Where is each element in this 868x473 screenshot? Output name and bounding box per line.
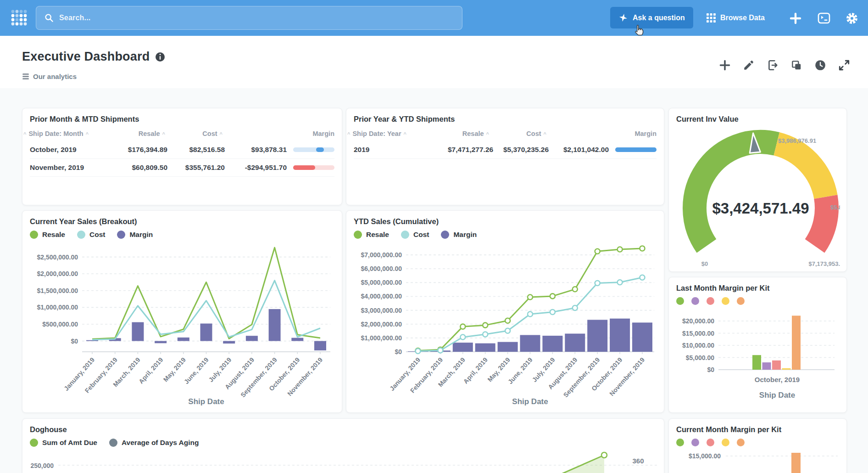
grid-icon	[707, 13, 716, 23]
ask-question-button[interactable]: Ask a question	[610, 7, 693, 28]
search-input[interactable]: Search...	[36, 6, 462, 30]
svg-text:$6,000,000.00: $6,000,000.00	[361, 265, 402, 272]
cell-margin-bar	[287, 165, 334, 170]
card-current-year-sales-breakout[interactable]: Current Year Sales (Breakout) ResaleCost…	[22, 210, 342, 413]
browse-data-button[interactable]: Browse Data	[707, 11, 765, 25]
column-header[interactable]: Cost^	[491, 130, 549, 137]
new-item-button[interactable]	[788, 11, 803, 26]
info-icon[interactable]	[155, 52, 165, 62]
svg-text:$20,000.00: $20,000.00	[682, 317, 714, 325]
browse-data-label: Browse Data	[720, 14, 765, 22]
reference-button[interactable]	[817, 11, 831, 26]
legend-item[interactable]: Margin	[117, 231, 153, 239]
ytd-chart[interactable]: $0$1,000,000.00$2,000,000.00$3,000,000.0…	[354, 242, 657, 409]
svg-text:$7,000,000.00: $7,000,000.00	[361, 251, 402, 259]
svg-text:$0: $0	[707, 366, 714, 373]
svg-text:Ship Date: Ship Date	[188, 397, 224, 406]
column-header[interactable]: Margin	[287, 130, 334, 137]
console-icon	[818, 12, 830, 24]
legend-item[interactable]: Resale	[30, 231, 65, 239]
svg-text:June, 2019: June, 2019	[183, 356, 210, 385]
legend-item[interactable]: Cost	[77, 231, 105, 239]
card-last-month-margin-per-kit[interactable]: Last Month Margin per Kit $0$5,000.00$10…	[668, 277, 847, 413]
legend-item[interactable]: Average of Days Aging	[109, 439, 199, 447]
legend-dot[interactable]	[676, 439, 684, 446]
settings-button[interactable]	[845, 11, 859, 26]
column-header[interactable]: Margin	[609, 130, 657, 137]
legend-dot	[401, 231, 409, 239]
legend-dot[interactable]	[737, 297, 745, 305]
table-row[interactable]: November, 2019$60,809.50$355,761.20-$294…	[30, 159, 334, 177]
table-row[interactable]: October, 2019$176,394.89$82,516.58$93,87…	[30, 141, 334, 159]
chart-legend: ResaleCostMargin	[354, 231, 657, 239]
legend-item[interactable]: Margin	[441, 231, 477, 239]
legend-dot[interactable]	[707, 297, 714, 305]
breadcrumb-label: Our analytics	[33, 73, 77, 80]
legend-dot[interactable]	[707, 439, 714, 446]
margin-mini-bar	[293, 165, 334, 170]
card-title: Current Year Sales (Breakout)	[30, 217, 334, 226]
add-card-button[interactable]	[718, 59, 731, 72]
svg-text:April, 2019: April, 2019	[137, 356, 164, 385]
table-row[interactable]: 2019$7,471,277.26$5,370,235.26$2,101,042…	[354, 141, 657, 159]
gear-icon	[846, 12, 858, 25]
cell-margin-bar	[609, 147, 657, 152]
column-header[interactable]: Cost^	[167, 130, 225, 137]
current-month-kit-chart[interactable]: $15,000.00	[676, 449, 839, 473]
svg-text:$3,424,571.49: $3,424,571.49	[712, 200, 809, 217]
svg-text:$15,000.00: $15,000.00	[689, 452, 721, 460]
margin-mini-bar-fill	[316, 147, 324, 152]
legend-dot[interactable]	[676, 297, 684, 305]
card-ytd-sales-cumulative[interactable]: YTD Sales (Cumulative) ResaleCostMargin …	[346, 210, 664, 413]
prior-month-table: ^Ship Date: Month^Resale^Cost^MarginOcto…	[30, 130, 334, 177]
history-button[interactable]	[814, 59, 827, 72]
metabase-logo[interactable]	[7, 7, 29, 29]
legend-dot[interactable]	[691, 439, 699, 446]
legend-item[interactable]: Cost	[401, 231, 429, 239]
legend-dot[interactable]	[722, 439, 729, 446]
card-prior-year-shipments[interactable]: Prior Year & YTD Shipments ^Ship Date: Y…	[346, 108, 664, 205]
card-title: Current Month Margin per Kit	[676, 425, 839, 434]
duplicate-button[interactable]	[790, 59, 803, 72]
duplicate-icon	[790, 59, 802, 71]
svg-text:$15,000.00: $15,000.00	[682, 330, 714, 337]
column-header[interactable]: ^Ship Date: Month^	[30, 130, 124, 137]
fullscreen-button[interactable]	[838, 59, 851, 72]
chart-legend-dots	[676, 439, 839, 446]
cell-margin-bar	[287, 147, 334, 152]
inv-value-gauge[interactable]: $0$3,986,976.91$5,889$7,173,953.81$3,424…	[676, 126, 839, 272]
svg-text:$5,000,000.00: $5,000,000.00	[361, 279, 402, 286]
legend-dot[interactable]	[691, 297, 699, 305]
fullscreen-icon	[838, 59, 850, 71]
margin-mini-bar	[615, 147, 657, 152]
margin-mini-bar-fill	[293, 165, 315, 170]
card-doghouse[interactable]: Doghouse Sum of Amt DueAverage of Days A…	[22, 418, 664, 473]
svg-text:$0: $0	[71, 338, 78, 345]
column-header[interactable]: Resale^	[448, 130, 491, 137]
breadcrumb-collection[interactable]: Our analytics	[22, 73, 77, 80]
hand-pointer-icon	[633, 24, 645, 38]
cell-margin: $93,878.31	[225, 146, 287, 154]
legend-label: Margin	[129, 231, 153, 239]
svg-text:$500,000.00: $500,000.00	[42, 321, 78, 328]
card-current-month-margin-per-kit[interactable]: Current Month Margin per Kit $15,000.00	[668, 418, 847, 473]
legend-label: Cost	[89, 231, 105, 239]
legend-dot	[441, 231, 449, 239]
export-button[interactable]	[766, 59, 779, 72]
breakout-chart[interactable]: $0$500,000.00$1,000,000.00$1,500,000.00$…	[30, 242, 334, 409]
card-title: Prior Month & MTD Shipments	[30, 115, 334, 124]
legend-item[interactable]: Resale	[354, 231, 389, 239]
edit-dashboard-button[interactable]	[742, 59, 755, 72]
legend-dot[interactable]	[737, 439, 745, 446]
doghouse-chart[interactable]: 250,000360	[30, 450, 657, 473]
legend-item[interactable]: Sum of Amt Due	[30, 439, 97, 447]
svg-text:October, 2019: October, 2019	[755, 376, 800, 383]
legend-dot[interactable]	[722, 297, 729, 305]
card-prior-month-shipments[interactable]: Prior Month & MTD Shipments ^Ship Date: …	[22, 108, 342, 205]
column-header[interactable]: Resale^	[124, 130, 167, 137]
card-title: Doghouse	[30, 425, 657, 434]
column-header[interactable]: ^Ship Date: Year^	[354, 130, 448, 137]
last-month-kit-chart[interactable]: $0$5,000.00$10,000.00$15,000.00$20,000.0…	[676, 308, 839, 409]
card-current-inv-value[interactable]: Current Inv Value $0$3,986,976.91$5,889$…	[668, 108, 847, 272]
card-title: Last Month Margin per Kit	[676, 284, 839, 293]
